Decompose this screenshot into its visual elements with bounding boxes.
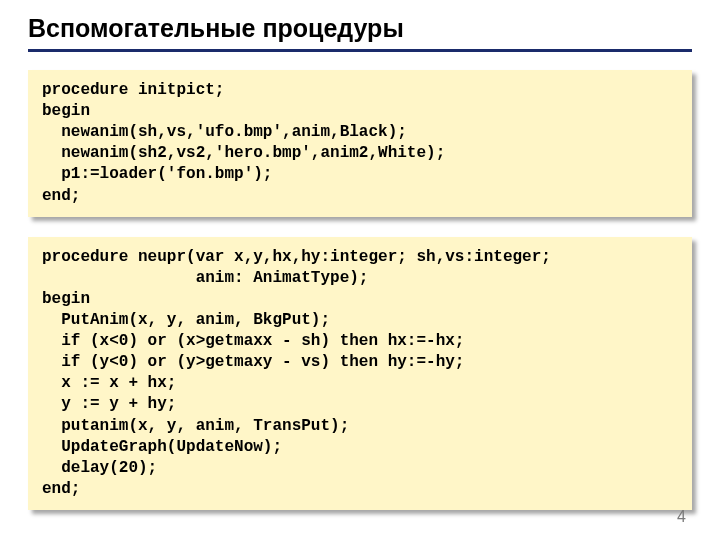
page-title: Вспомогательные процедуры: [28, 14, 692, 43]
page-number: 4: [677, 508, 686, 526]
code-block-initpict: procedure initpict; begin newanim(sh,vs,…: [28, 70, 692, 217]
code-block-neupr: procedure neupr(var x,y,hx,hy:integer; s…: [28, 237, 692, 510]
slide: Вспомогательные процедуры procedure init…: [0, 0, 720, 540]
title-underline: [28, 49, 692, 52]
